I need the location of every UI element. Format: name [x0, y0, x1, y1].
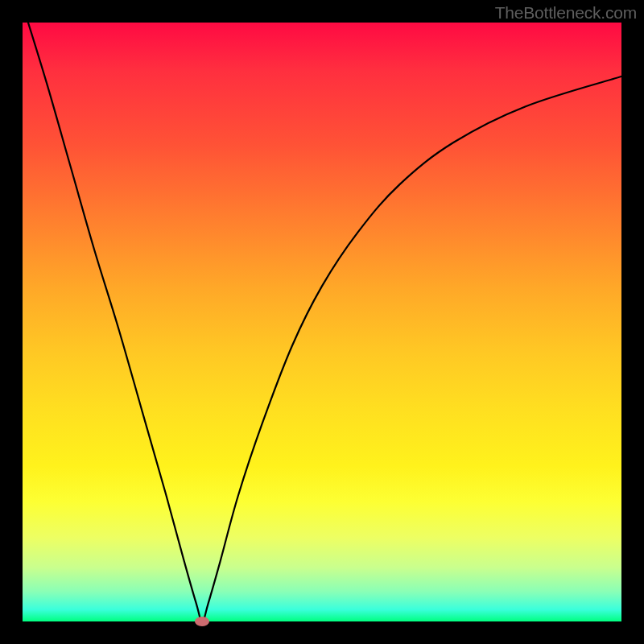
optimal-marker [195, 617, 209, 626]
plot-area [23, 23, 621, 621]
watermark-text: TheBottleneck.com [495, 3, 637, 23]
curve-svg [23, 23, 621, 621]
chart-container: TheBottleneck.com [0, 0, 644, 644]
bottleneck-curve [23, 23, 621, 621]
